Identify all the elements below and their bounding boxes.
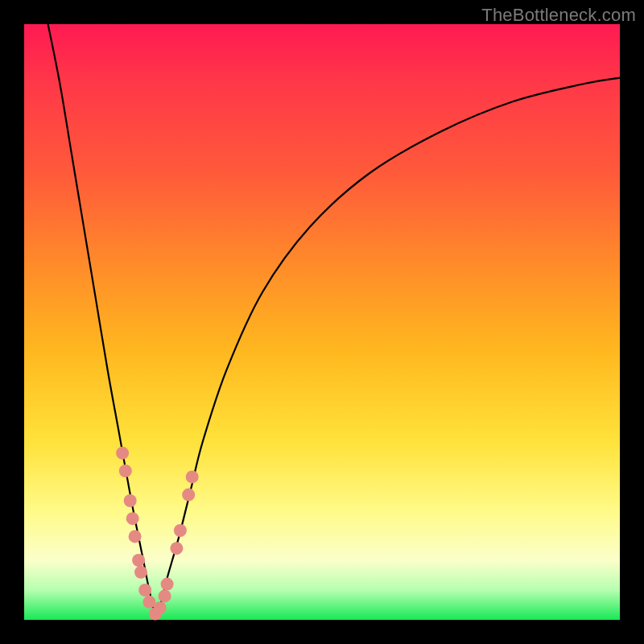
watermark-text: TheBottleneck.com (481, 5, 636, 26)
marker-bead (129, 530, 142, 543)
marker-bead (182, 489, 195, 502)
marker-bead (174, 524, 187, 537)
marker-bead (170, 542, 183, 555)
marker-bead (134, 566, 147, 579)
marker-beads (116, 447, 199, 621)
marker-bead (126, 512, 139, 525)
marker-bead (159, 589, 171, 602)
curve-group (48, 24, 620, 614)
marker-bead (138, 584, 151, 597)
outer-frame: TheBottleneck.com (0, 0, 644, 644)
marker-bead (124, 494, 137, 507)
marker-bead (132, 554, 145, 567)
bottleneck-curve (48, 24, 620, 614)
marker-bead (119, 464, 132, 477)
marker-bead (186, 470, 199, 483)
marker-bead (116, 447, 129, 460)
plot-area (24, 24, 620, 620)
chart-svg (24, 24, 620, 620)
marker-bead (161, 578, 174, 591)
marker-bead (154, 601, 167, 614)
